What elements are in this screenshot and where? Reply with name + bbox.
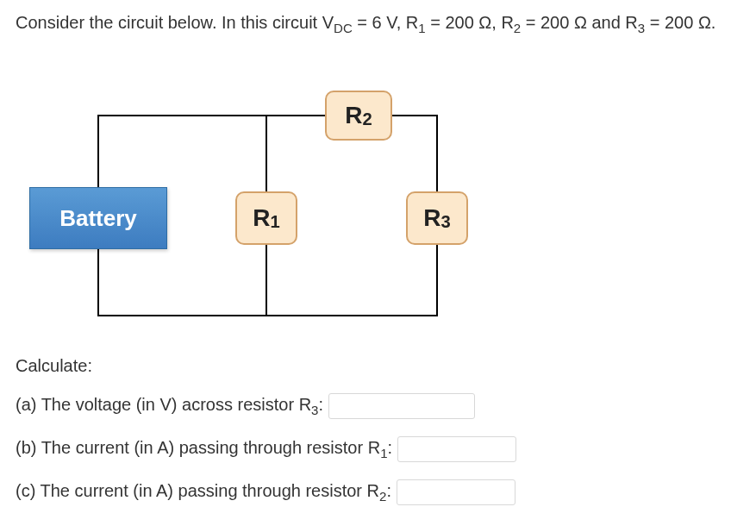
battery-node: Battery <box>29 187 167 249</box>
r2-sub: 2 <box>514 21 521 35</box>
r1-sub: 1 <box>418 21 425 35</box>
qb-suffix: : <box>388 438 393 457</box>
questions-block: Calculate: (a) The voltage (in V) across… <box>16 356 740 505</box>
answer-input-b[interactable] <box>397 436 516 462</box>
wire-right-bottom <box>436 244 438 316</box>
r1-label: R <box>406 13 418 32</box>
wire-bottom <box>97 315 438 316</box>
r1-node-sub: 1 <box>271 212 280 232</box>
resistor-r2: R2 <box>325 91 392 141</box>
qa-prefix: (a) The voltage (in V) across resistor R <box>16 395 311 414</box>
r3-base: R <box>423 204 440 232</box>
r3-sub: 3 <box>638 21 645 35</box>
problem-statement: Consider the circuit below. In this circ… <box>16 10 740 37</box>
resistor-r1: R1 <box>235 191 297 245</box>
question-b: (b) The current (in A) passing through r… <box>16 436 740 462</box>
wire-top-left <box>97 115 326 116</box>
wire-top-right <box>390 115 438 116</box>
vdc-sub: DC <box>334 21 353 35</box>
r2-label: R <box>501 13 513 32</box>
r2-val: = 200 Ω and <box>521 13 625 32</box>
qc-prefix: (c) The current (in A) passing through r… <box>16 481 379 500</box>
wire-mid-top <box>266 115 267 192</box>
resistor-r3: R3 <box>406 191 468 245</box>
vdc-val: = 6 V, <box>353 13 406 32</box>
r2-base: R <box>345 102 362 129</box>
problem-intro: Consider the circuit below. In this circ… <box>16 13 322 32</box>
wire-right-top <box>436 115 438 192</box>
r3-label: R <box>625 13 637 32</box>
calculate-heading: Calculate: <box>16 356 740 376</box>
circuit-diagram: Battery R1 R2 R3 <box>50 80 481 330</box>
battery-label: Battery <box>59 205 137 232</box>
r1-base: R <box>253 204 270 232</box>
r3-val: = 200 Ω. <box>645 13 715 32</box>
qb-sub: 1 <box>380 446 387 460</box>
r1-val: = 200 Ω, <box>426 13 502 32</box>
r2-node-sub: 2 <box>363 110 372 129</box>
wire-left-top <box>97 115 99 188</box>
qb-prefix: (b) The current (in A) passing through r… <box>16 438 380 457</box>
wire-mid-bottom <box>266 244 267 316</box>
wire-left-bottom <box>97 248 99 316</box>
answer-input-a[interactable] <box>328 393 475 419</box>
answer-input-c[interactable] <box>397 479 515 505</box>
calc-label: Calculate: <box>16 356 92 376</box>
qa-suffix: : <box>318 395 323 414</box>
question-a: (a) The voltage (in V) across resistor R… <box>16 393 740 419</box>
question-c: (c) The current (in A) passing through r… <box>16 479 740 505</box>
vdc-label: V <box>322 13 334 32</box>
r3-node-sub: 3 <box>441 212 451 232</box>
qc-suffix: : <box>386 481 391 500</box>
